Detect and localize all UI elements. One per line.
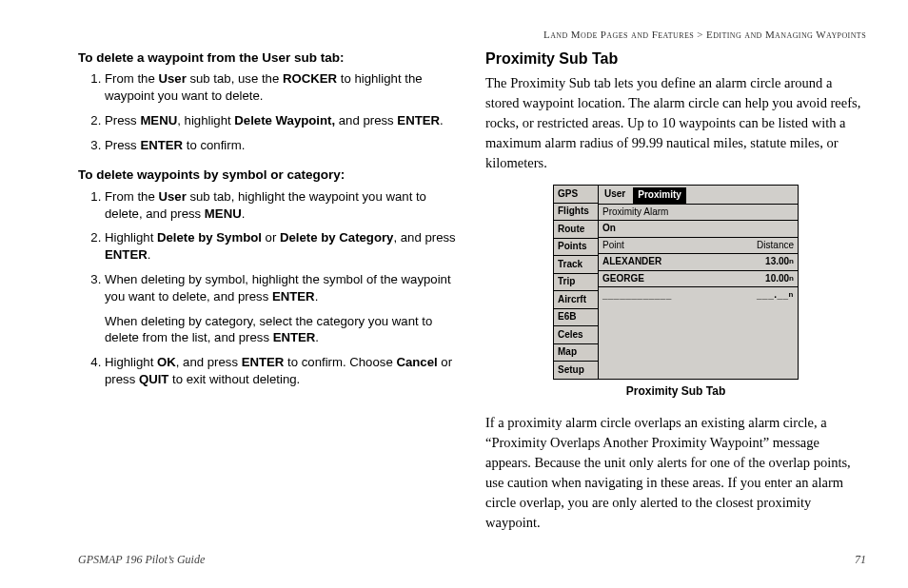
breadcrumb-sub: Editing and Managing Waypoints <box>706 29 866 40</box>
step2-3: When deleting by symbol, highlight the s… <box>105 271 459 346</box>
page-footer: GPSMAP 196 Pilot’s Guide 71 <box>78 553 866 567</box>
step2-3-cont: When deleting by category, select the ca… <box>105 313 459 347</box>
steps-list-2: From the User sub tab, highlight the way… <box>78 188 459 388</box>
side-item: Aircrft <box>554 291 598 309</box>
row-dist: 13.00n <box>765 255 794 269</box>
side-item: Points <box>554 239 598 257</box>
side-item: Flights <box>554 204 598 222</box>
screenshot-caption: Proximity Sub Tab <box>485 383 866 400</box>
proximity-para1: The Proximity Sub tab lets you define an… <box>485 73 866 173</box>
step-3: Press ENTER to confirm. <box>105 137 459 154</box>
col-distance: Distance <box>757 239 794 253</box>
tab-user: User <box>602 187 627 204</box>
row-name-blank: ____________ <box>602 288 672 303</box>
column-left: To delete a waypoint from the User sub t… <box>78 48 459 533</box>
row-dist-blank: ___.__n <box>757 288 794 303</box>
breadcrumb: Land Mode Pages and Features > Editing a… <box>0 0 908 48</box>
row-name: ALEXANDER <box>602 255 661 269</box>
step2-4: Highlight OK, and press ENTER to confirm… <box>105 354 459 388</box>
side-item: E6B <box>554 309 598 327</box>
side-item: GPS <box>554 186 598 204</box>
label-proximity-alarm: Proximity Alarm <box>599 205 798 222</box>
step2-2: Highlight Delete by Symbol or Delete by … <box>105 229 459 264</box>
step2-1: From the User sub tab, highlight the way… <box>105 188 459 223</box>
side-item: Route <box>554 221 598 239</box>
row-dist: 10.00n <box>765 272 794 286</box>
table-row: GEORGE 10.00n <box>599 271 798 288</box>
col-point: Point <box>602 239 624 253</box>
value-on: On <box>599 221 798 238</box>
row-name: GEORGE <box>602 272 644 286</box>
side-item: Trip <box>554 274 598 292</box>
step-2: Press MENU, highlight Delete Waypoint, a… <box>105 112 459 129</box>
steps-list-1: From the User sub tab, use the ROCKER to… <box>78 70 459 153</box>
device-screenshot: GPS Flights Route Points Track Trip Airc… <box>553 185 799 380</box>
side-item: Celes <box>554 326 598 344</box>
side-item: Setup <box>554 362 598 379</box>
side-item: Map <box>554 344 598 363</box>
table-row-blank: ____________ ___.__n <box>599 287 798 304</box>
table-header: Point Distance <box>599 238 798 255</box>
section-heading-2: To delete waypoints by symbol or categor… <box>78 167 459 184</box>
footer-page-number: 71 <box>855 553 866 567</box>
side-item: Track <box>554 256 598 274</box>
screenshot-main: User Proximity Proximity Alarm On Point … <box>599 186 798 379</box>
proximity-heading: Proximity Sub Tab <box>485 48 866 69</box>
step-1: From the User sub tab, use the ROCKER to… <box>105 70 459 105</box>
tab-proximity: Proximity <box>633 187 686 204</box>
proximity-para2: If a proximity alarm circle overlaps an … <box>485 413 866 533</box>
column-right: Proximity Sub Tab The Proximity Sub tab … <box>485 48 866 533</box>
table-row: ALEXANDER 13.00n <box>599 254 798 271</box>
breadcrumb-sep: > <box>697 29 703 40</box>
section-heading-1: To delete a waypoint from the User sub t… <box>78 49 459 67</box>
screenshot-sidebar: GPS Flights Route Points Track Trip Airc… <box>554 186 599 379</box>
footer-guide: GPSMAP 196 Pilot’s Guide <box>78 553 205 567</box>
breadcrumb-section: Land Mode Pages and Features <box>543 29 694 40</box>
